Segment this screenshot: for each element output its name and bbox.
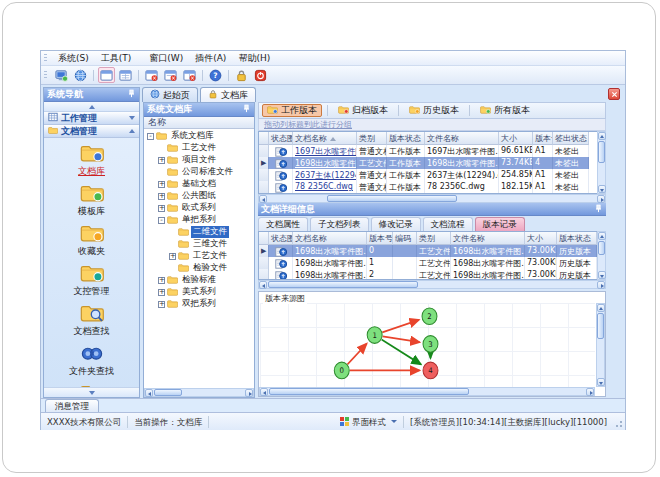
expand-icon[interactable]: +	[158, 289, 165, 296]
close-tab-button[interactable]	[608, 88, 620, 100]
tree-node-三维文件[interactable]: 三维文件	[144, 238, 254, 250]
column-header-文档名称[interactable]: 文档名称	[293, 232, 367, 245]
exit-icon[interactable]	[252, 67, 269, 83]
sidebar-scroll-down-button[interactable]	[44, 387, 139, 397]
column-header-状态图[interactable]: 状态图	[269, 232, 293, 245]
column-header-状态图[interactable]: 状态图	[269, 132, 293, 145]
globe-icon[interactable]	[72, 67, 89, 83]
message-panel-tab[interactable]: 消息管理	[45, 399, 99, 412]
detail-tab-修改记录[interactable]: 修改记录	[371, 217, 421, 231]
tree-node-公司标准文件[interactable]: 公司标准文件	[144, 166, 254, 178]
menubar-grip[interactable]	[44, 54, 47, 63]
detail-tab-子文档列表[interactable]: 子文档列表	[310, 217, 369, 231]
expand-icon[interactable]: +	[158, 205, 165, 212]
column-header-版本状态[interactable]: 版本状态	[387, 132, 425, 145]
tree-node-检验文件[interactable]: 检验文件	[144, 262, 254, 274]
column-header-版本号[interactable]: 版本号	[533, 132, 553, 145]
tree-node-双把系列[interactable]: +双把系列	[144, 298, 254, 310]
tree-node-二维文件[interactable]: 二维文件	[144, 226, 254, 238]
document-link[interactable]: 78 2356C.dwg	[293, 181, 357, 193]
column-header-类别[interactable]: 类别	[357, 132, 387, 145]
menu-item[interactable]: 窗口(W)	[143, 53, 189, 63]
detail-tab-文档属性[interactable]: 文档属性	[258, 217, 308, 231]
detail-tab-文档流程[interactable]: 文档流程	[423, 217, 473, 231]
sidebar-item-模板库[interactable]: 模板库	[78, 183, 105, 218]
sidebar-item-收藏夹[interactable]: 收藏夹	[78, 223, 105, 258]
tree-node-欧式系列[interactable]: +欧式系列	[144, 202, 254, 214]
pin-icon[interactable]	[594, 204, 603, 215]
sidebar-item-文档库[interactable]: 文档库	[78, 143, 105, 178]
detail-tab-版本记录[interactable]: 版本记录	[475, 217, 525, 231]
sidebar-panel-工作管理[interactable]: 工作管理	[44, 112, 139, 125]
pin-icon[interactable]	[242, 104, 251, 115]
version-graph[interactable]: 01234	[260, 303, 595, 387]
window-view-icon[interactable]	[117, 67, 134, 83]
vertical-scrollbar[interactable]	[596, 303, 605, 387]
menu-item[interactable]: 插件(A)	[189, 53, 232, 63]
table-row[interactable]: 78 2356C.dwg普通文档工作版本78 2356C.dwg182.15KB…	[259, 181, 605, 193]
tree-node-单把系列[interactable]: -单把系列	[144, 214, 254, 226]
help-icon[interactable]: ?	[207, 67, 224, 83]
table-row[interactable]: 1698出水嘴零件图.dwg2工艺文件1698出水嘴零件图.dwg73.00KB…	[259, 269, 605, 280]
close-window-icon[interactable]	[143, 67, 160, 83]
horizontal-scrollbar[interactable]	[144, 388, 254, 397]
document-link[interactable]: 2637主体(12294).dwg	[293, 169, 357, 181]
tab-文档库[interactable]: 文档库	[200, 87, 256, 102]
column-header-文档名称[interactable]: 文档名称	[293, 132, 357, 145]
toolbar-grip[interactable]	[44, 71, 47, 80]
tree-node-基础文档[interactable]: +基础文档	[144, 178, 254, 190]
table-row[interactable]: 1698出水嘴零件图.dwg1工艺文件1698出水嘴零件图.dwg73.00KB…	[259, 257, 605, 269]
vertical-scrollbar[interactable]	[597, 231, 606, 280]
table-row[interactable]: ▶1698出水嘴零件图.dwg0工艺文件1698出水嘴零件图.dwg73.00K…	[259, 245, 605, 257]
tree-node-公共图纸[interactable]: +公共图纸	[144, 190, 254, 202]
column-header-大小[interactable]: 大小	[525, 232, 557, 245]
horizontal-scrollbar[interactable]	[259, 387, 595, 396]
expand-icon[interactable]: +	[158, 277, 165, 284]
expand-icon[interactable]: +	[158, 193, 165, 200]
expand-icon[interactable]: +	[169, 253, 176, 260]
ui-style-button[interactable]: 界面样式	[334, 416, 404, 428]
sidebar-item-文件夹查找[interactable]: 文件夹查找	[69, 343, 114, 378]
tab-起始页[interactable]: 起始页	[142, 87, 198, 102]
expand-icon[interactable]: +	[158, 301, 165, 308]
tree-node-工艺文件[interactable]: +工艺文件	[144, 250, 254, 262]
document-link[interactable]: 1698出水嘴零件图.dwg	[293, 157, 357, 169]
column-header-文件名称[interactable]: 文件名称	[425, 132, 499, 145]
column-header-类别[interactable]: 类别	[417, 232, 451, 245]
tree-node-工艺文件[interactable]: 工艺文件	[144, 142, 254, 154]
document-link[interactable]: 1697出水嘴零件图.dwg	[293, 145, 357, 157]
version-filter-归档版本[interactable]: 归档版本	[333, 104, 393, 117]
close-other-icon[interactable]	[181, 67, 198, 83]
expand-icon[interactable]: +	[158, 157, 165, 164]
version-filter-历史版本[interactable]: 历史版本	[404, 104, 464, 117]
sidebar-item-文控管理[interactable]: 文控管理	[74, 263, 110, 298]
tree-node-系统文档库[interactable]: -系统文档库	[144, 130, 254, 142]
version-filter-所有版本[interactable]: 所有版本	[475, 104, 535, 117]
table-row[interactable]: ▶1698出水嘴零件图.dwg工艺文件工作版本1698出水嘴零件图.dwg73.…	[259, 157, 605, 169]
collapse-icon[interactable]: -	[158, 217, 165, 224]
tree-node-项目文件[interactable]: +项目文件	[144, 154, 254, 166]
column-header-大小[interactable]: 大小	[499, 132, 533, 145]
table-row[interactable]: 1697出水嘴零件图.dwg普通文档工作版本1697出水嘴零件图.dwg96.6…	[259, 145, 605, 157]
close-all-icon[interactable]	[162, 67, 179, 83]
horizontal-scrollbar[interactable]	[258, 280, 606, 289]
menu-item[interactable]: 系统(S)	[52, 53, 95, 63]
monitor-icon[interactable]	[53, 67, 70, 83]
tree-node-检验标准[interactable]: +检验标准	[144, 274, 254, 286]
menu-item[interactable]: 工具(T)	[95, 53, 138, 63]
collapse-icon[interactable]: -	[147, 133, 154, 140]
column-header-编码[interactable]: 编码	[393, 232, 417, 245]
column-header-签出状态[interactable]: 签出状态	[553, 132, 589, 145]
tree-node-美式系列[interactable]: +美式系列	[144, 286, 254, 298]
column-header-文件名称[interactable]: 文件名称	[451, 232, 525, 245]
vertical-scrollbar[interactable]	[597, 131, 606, 194]
resize-grip[interactable]	[613, 420, 623, 430]
new-window-icon[interactable]	[98, 67, 115, 83]
sidebar-collapse-button[interactable]	[44, 102, 139, 112]
column-header-版本号[interactable]: 版本号	[367, 232, 393, 245]
tree-column-header[interactable]: 名称	[144, 117, 254, 129]
table-row[interactable]: 2637主体(12294).dwg普通文档工作版本2637主体(12294).d…	[259, 169, 605, 181]
expand-icon[interactable]: +	[158, 181, 165, 188]
pin-icon[interactable]	[127, 89, 136, 100]
column-header-版本状态[interactable]: 版本状态	[557, 232, 597, 245]
